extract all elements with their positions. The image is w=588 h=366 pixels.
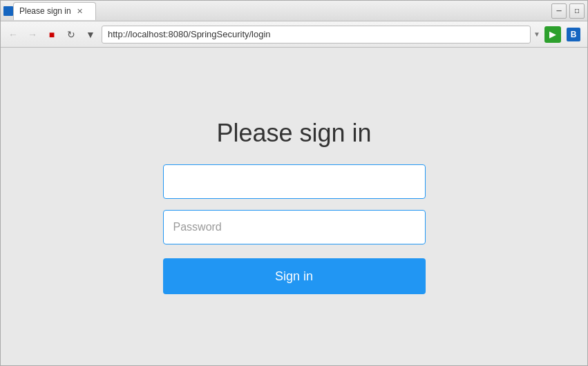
- tab-close-button[interactable]: ✕: [75, 6, 85, 16]
- minimize-button[interactable]: ─: [551, 3, 567, 19]
- username-input[interactable]: [163, 164, 426, 199]
- reload-button[interactable]: ↻: [63, 26, 79, 43]
- login-title: Please sign in: [216, 119, 371, 148]
- title-bar: Please sign in ✕ ─ □: [1, 1, 587, 21]
- browser-brand-icon: B: [567, 28, 580, 41]
- stop-button[interactable]: ■: [44, 26, 60, 43]
- tab-label: Please sign in: [19, 6, 71, 16]
- browser-toolbar: ← → ■ ↻ ▼ http://localhost:8080/SpringSe…: [1, 21, 587, 48]
- browser-menu-button[interactable]: B: [564, 25, 583, 44]
- page-content: Please sign in Sign in: [1, 48, 587, 365]
- browser-tab[interactable]: Please sign in ✕: [13, 2, 96, 20]
- sign-in-button[interactable]: Sign in: [163, 258, 426, 294]
- tab-favicon-icon: [3, 6, 13, 16]
- password-input[interactable]: [163, 210, 426, 244]
- address-dropdown-icon[interactable]: ▼: [532, 30, 542, 38]
- address-bar-wrapper: http://localhost:8080/SpringSecurity/log…: [102, 26, 542, 44]
- window-controls: ─ □: [551, 3, 585, 19]
- go-button[interactable]: ▶: [544, 26, 561, 43]
- forward-button[interactable]: →: [24, 26, 41, 43]
- login-card: Please sign in Sign in: [156, 119, 433, 294]
- maximize-button[interactable]: □: [569, 3, 585, 19]
- history-button[interactable]: ▼: [82, 26, 99, 43]
- go-icon: ▶: [549, 29, 556, 39]
- back-button[interactable]: ←: [5, 26, 21, 43]
- browser-window: Please sign in ✕ ─ □ ← → ■ ↻ ▼ http://lo…: [0, 0, 588, 366]
- address-bar-input[interactable]: http://localhost:8080/SpringSecurity/log…: [102, 26, 531, 44]
